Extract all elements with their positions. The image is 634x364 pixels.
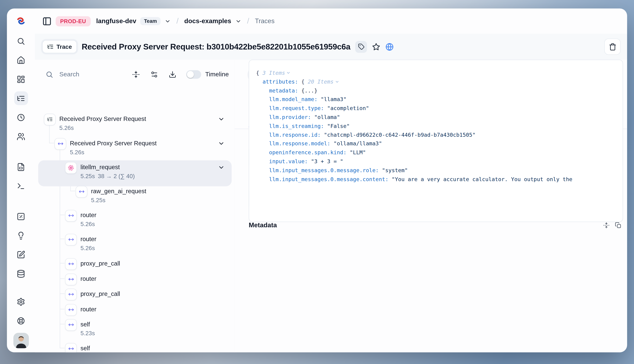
sidebar-item-evaluation[interactable]	[14, 210, 28, 223]
json-punctuation: {...}	[301, 88, 318, 94]
users-icon	[17, 132, 25, 141]
sidebar-item-dashboards[interactable]	[14, 72, 28, 86]
json-key: llm.input_messages.0.message.role:	[269, 167, 382, 173]
metadata-json-line: llm.response.model: "ollama/llama3"	[256, 139, 616, 148]
tree-item-label[interactable]: self	[81, 344, 90, 352]
metadata-json-line: { 3 Items	[256, 68, 616, 78]
metadata-json-line: attributes: { 20 Items	[256, 78, 616, 86]
download-icon[interactable]	[169, 70, 176, 78]
json-collapse-chevron-icon[interactable]	[286, 70, 291, 75]
sidebar-item-playground[interactable]	[14, 179, 28, 193]
lightbulb-icon	[17, 231, 25, 240]
file-json-icon	[17, 162, 25, 171]
sidebar-item-sessions[interactable]	[14, 110, 28, 124]
json-string-value: "chatcmpl-d96622c0-c642-446f-b9ad-b7a430…	[324, 132, 476, 138]
sidebar-item-search[interactable]	[14, 34, 28, 48]
tree-item-label[interactable]: router	[81, 305, 96, 314]
json-string-value: "system"	[382, 167, 408, 173]
json-key: attributes:	[263, 79, 301, 85]
tree-item-label[interactable]: router	[81, 235, 96, 244]
project-name[interactable]: docs-examples	[184, 18, 231, 25]
tree-item-label[interactable]: router	[81, 210, 96, 220]
tree-item-label[interactable]: self	[81, 320, 90, 329]
tree-item-label[interactable]: Received Proxy Server Request	[59, 114, 146, 124]
metadata-json-line: llm.input_messages.0.message.content: "Y…	[256, 175, 616, 184]
json-key: llm.input_messages.0.message.content:	[269, 176, 392, 182]
metadata-json-line: llm.response.id: "chatcmpl-d96622c0-c642…	[256, 130, 616, 139]
metadata-json-viewer: { 3 Itemsattributes: { 20 Itemsmetadata:…	[249, 60, 623, 222]
sidebar-item-insights[interactable]	[14, 228, 28, 242]
json-punctuation: {	[301, 79, 308, 85]
breadcrumb-section[interactable]: Traces	[255, 18, 275, 25]
tags-button[interactable]	[355, 41, 367, 52]
tree-item-label[interactable]: Received Proxy Server Request	[70, 139, 157, 148]
org-name[interactable]: langfuse-dev	[96, 18, 136, 25]
metadata-json-line: llm.model_name: "llama3"	[256, 95, 616, 104]
tree-item-chevron-down-icon[interactable]	[218, 164, 225, 171]
tree-item-label[interactable]: proxy_pre_call	[81, 290, 120, 298]
user-avatar[interactable]	[13, 333, 29, 348]
sidebar-item-datasets[interactable]	[14, 267, 28, 281]
metadata-section-icons	[603, 222, 621, 228]
json-key: metadata:	[269, 88, 301, 94]
sidebar-item-annotation[interactable]	[14, 248, 28, 262]
tree-toolbar: Search Timeline	[35, 65, 235, 83]
sidebar-item-users[interactable]	[14, 130, 28, 144]
org-logo-icon[interactable]	[16, 16, 26, 26]
tree-connector-elbow	[60, 215, 65, 215]
tree-item-duration: 5.26s	[81, 220, 95, 228]
json-item-count[interactable]: 20 Items	[308, 79, 333, 85]
delete-trace-button[interactable]	[604, 38, 621, 55]
org-chevron-down-icon[interactable]	[165, 18, 171, 24]
span-type-icon	[76, 186, 87, 198]
json-string-value: "LLM"	[350, 150, 366, 156]
display-settings-icon[interactable]	[150, 70, 158, 78]
trace-type-pill[interactable]: Trace	[42, 40, 77, 53]
org-type-badge: Team	[140, 17, 161, 25]
json-item-count[interactable]: 3 Items	[263, 70, 285, 76]
metadata-section-label: Metadata	[249, 222, 277, 229]
metadata-json-line: llm.request.type: "acompletion"	[256, 104, 616, 113]
bookmark-star-icon[interactable]	[372, 42, 380, 51]
search-icon	[46, 70, 53, 78]
tree-item-label[interactable]: litellm_request	[81, 163, 120, 172]
dashboard-icon	[17, 75, 25, 84]
json-string-value: "llama3"	[321, 96, 346, 102]
timeline-label: Timeline	[205, 70, 229, 78]
tree-item-label[interactable]: proxy_pre_call	[81, 259, 120, 268]
tree-item-label[interactable]: router	[81, 274, 96, 283]
search-icon	[17, 37, 25, 45]
sidebar-item-home[interactable]	[14, 53, 28, 67]
trash-icon	[608, 43, 616, 50]
span-type-icon	[65, 258, 77, 270]
sidebar-item-settings[interactable]	[14, 295, 28, 308]
tag-icon	[358, 43, 364, 50]
json-key: openinference.span.kind:	[269, 150, 350, 156]
sidebar-toggle-icon[interactable]	[42, 16, 52, 26]
timeline-toggle[interactable]	[186, 70, 201, 79]
project-chevron-down-icon[interactable]	[235, 18, 242, 24]
tree-connector-elbow	[60, 309, 65, 309]
sidebar-item-support[interactable]	[14, 314, 28, 328]
json-string-value: "ollama/llama3"	[333, 140, 382, 147]
top-nav: PROD-EU langfuse-dev Team / docs-example…	[35, 8, 627, 34]
tree-item-duration: 5.25s	[91, 196, 105, 205]
metadata-json-line: openinference.span.kind: "LLM"	[256, 148, 616, 157]
list-tree-icon	[17, 94, 25, 102]
tree-item-chevron-down-icon[interactable]	[218, 140, 225, 147]
copy-section-icon[interactable]	[615, 222, 621, 228]
tree-item-duration: 5.25s 38 → 2 (∑ 40)	[81, 172, 135, 180]
collapse-section-icon[interactable]	[603, 222, 609, 228]
trace-title-bar: Trace Received Proxy Server Request: b30…	[35, 34, 627, 60]
json-key: input.value:	[269, 158, 311, 164]
sidebar-item-tracing[interactable]	[14, 91, 28, 105]
search-input[interactable]: Search	[46, 70, 121, 78]
json-string-value: "acompletion"	[327, 105, 369, 111]
environment-badge: PROD-EU	[56, 16, 91, 26]
tree-item-chevron-down-icon[interactable]	[218, 116, 225, 122]
sidebar-item-prompts[interactable]	[14, 160, 28, 174]
public-globe-icon[interactable]	[385, 42, 394, 51]
tree-item-label[interactable]: raw_gen_ai_request	[91, 187, 146, 196]
collapse-all-icon[interactable]	[132, 70, 140, 78]
json-collapse-chevron-icon[interactable]	[335, 80, 339, 84]
